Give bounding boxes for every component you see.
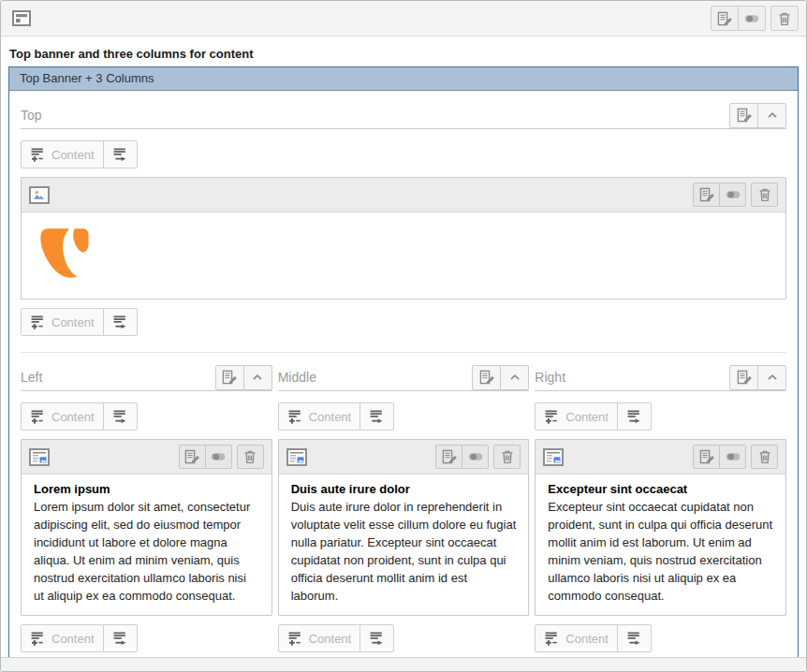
paste-content-button[interactable] bbox=[359, 624, 394, 652]
collapse-column-button[interactable] bbox=[500, 365, 529, 390]
layout-description-title: Top banner and three columns for content bbox=[9, 47, 799, 61]
edit-icon bbox=[699, 187, 714, 202]
paste-content-button[interactable] bbox=[103, 402, 138, 431]
trash-icon bbox=[500, 449, 515, 464]
paste-content-button[interactable] bbox=[103, 140, 138, 168]
add-content-icon bbox=[287, 631, 303, 647]
delete-element-button[interactable] bbox=[493, 445, 521, 469]
content-element-title: Excepteur sint occaecat bbox=[548, 482, 773, 496]
visibility-toggle-icon bbox=[744, 11, 759, 26]
visibility-toggle-icon bbox=[468, 449, 483, 464]
edit-column-button[interactable] bbox=[215, 365, 244, 390]
edit-icon bbox=[442, 449, 457, 464]
typo3-logo bbox=[33, 223, 89, 285]
edit-element-button[interactable] bbox=[693, 445, 720, 469]
paste-content-button[interactable] bbox=[103, 308, 138, 336]
record-toolbar bbox=[1, 1, 806, 37]
chevron-up-icon bbox=[507, 370, 522, 385]
page-layout-icon[interactable] bbox=[12, 10, 31, 26]
edit-column-button[interactable] bbox=[729, 365, 758, 390]
content-element-image bbox=[21, 177, 786, 299]
visibility-element-button[interactable] bbox=[462, 445, 489, 469]
new-content-button[interactable]: Content bbox=[21, 624, 104, 652]
trash-icon bbox=[757, 187, 772, 202]
new-content-button[interactable]: Content bbox=[535, 402, 618, 431]
content-element-header[interactable] bbox=[279, 440, 529, 474]
paste-content-button[interactable] bbox=[617, 402, 652, 431]
paste-content-icon bbox=[626, 631, 642, 647]
typo3-page-module-window: Top banner and three columns for content… bbox=[0, 0, 807, 672]
new-content-label: Content bbox=[51, 632, 95, 646]
text-image-content-icon bbox=[286, 448, 307, 466]
collapse-column-button[interactable] bbox=[757, 365, 786, 390]
paste-content-button[interactable] bbox=[103, 624, 138, 652]
new-content-label: Content bbox=[51, 410, 95, 424]
new-content-button[interactable]: Content bbox=[21, 402, 104, 431]
new-content-button[interactable]: Content bbox=[21, 140, 104, 168]
visibility-element-button[interactable] bbox=[719, 445, 746, 469]
content-element-text-body: Lorem ipsum dolor sit amet, consectetur … bbox=[34, 498, 259, 605]
visibility-toggle-button[interactable] bbox=[738, 6, 766, 31]
content-element-title: Duis aute irure dolor bbox=[291, 482, 517, 496]
add-content-icon bbox=[30, 314, 46, 330]
page-layout-main: Top banner and three columns for content… bbox=[1, 37, 806, 657]
content-element-header[interactable] bbox=[22, 178, 785, 212]
chevron-up-icon bbox=[250, 370, 265, 385]
content-element-title: Lorem ipsum bbox=[34, 482, 259, 496]
paste-content-icon bbox=[626, 409, 642, 425]
column-middle: Middle bbox=[278, 364, 530, 657]
paste-content-icon bbox=[112, 314, 128, 330]
content-element-header[interactable] bbox=[536, 440, 785, 474]
edit-record-button[interactable] bbox=[711, 6, 739, 31]
delete-element-button[interactable] bbox=[751, 183, 778, 207]
new-content-button[interactable]: Content bbox=[535, 624, 618, 652]
new-content-label: Content bbox=[565, 632, 609, 646]
paste-content-icon bbox=[112, 409, 128, 425]
add-content-icon bbox=[30, 147, 46, 163]
content-element-text: Lorem ipsum Lorem ipsum dolor sit amet, … bbox=[21, 439, 272, 616]
column-top-header: Top bbox=[21, 102, 786, 129]
column-top: Top Content bbox=[21, 102, 786, 353]
content-element-text: Duis aute irure dolor Duis aute irure do… bbox=[278, 439, 530, 616]
delete-record-button[interactable] bbox=[770, 6, 799, 31]
footer-bar bbox=[1, 657, 806, 671]
content-element-header[interactable] bbox=[22, 440, 271, 474]
edit-column-button[interactable] bbox=[729, 103, 758, 128]
add-content-icon bbox=[30, 631, 46, 647]
edit-icon bbox=[717, 11, 732, 26]
new-content-button[interactable]: Content bbox=[21, 308, 104, 336]
trash-icon bbox=[757, 449, 772, 464]
edit-icon bbox=[737, 370, 752, 385]
paste-content-button[interactable] bbox=[617, 624, 652, 652]
delete-element-button[interactable] bbox=[751, 445, 778, 469]
paste-content-button[interactable] bbox=[359, 402, 394, 431]
edit-column-button[interactable] bbox=[472, 365, 501, 390]
edit-element-button[interactable] bbox=[693, 183, 720, 207]
trash-icon bbox=[242, 449, 257, 464]
grid-title: Top Banner + 3 Columns bbox=[20, 71, 154, 85]
new-content-label: Content bbox=[309, 410, 352, 424]
edit-element-button[interactable] bbox=[179, 445, 206, 469]
add-content-icon bbox=[30, 409, 46, 425]
new-content-button[interactable]: Content bbox=[278, 624, 361, 652]
edit-icon bbox=[184, 449, 199, 464]
delete-element-button[interactable] bbox=[237, 445, 264, 469]
visibility-element-button[interactable] bbox=[205, 445, 232, 469]
content-element-text: Excepteur sint occaecat Excepteur sint o… bbox=[535, 439, 786, 616]
paste-content-icon bbox=[369, 409, 385, 425]
column-title: Right bbox=[535, 370, 565, 385]
content-element-body: Lorem ipsum Lorem ipsum dolor sit amet, … bbox=[22, 474, 271, 615]
new-content-label: Content bbox=[309, 632, 352, 646]
collapse-column-button[interactable] bbox=[243, 365, 272, 390]
edit-element-button[interactable] bbox=[435, 445, 462, 469]
paste-content-icon bbox=[112, 147, 128, 163]
new-content-button[interactable]: Content bbox=[278, 402, 361, 431]
content-element-text-body: Duis aute irure dolor in reprehenderit i… bbox=[291, 498, 517, 605]
trash-icon bbox=[777, 11, 792, 26]
visibility-toggle-icon bbox=[211, 449, 226, 464]
collapse-column-button[interactable] bbox=[757, 103, 786, 128]
column-right-header: Right bbox=[535, 364, 786, 391]
content-element-body: Excepteur sint occaecat Excepteur sint o… bbox=[536, 474, 785, 615]
visibility-element-button[interactable] bbox=[719, 183, 746, 207]
column-middle-header: Middle bbox=[278, 364, 530, 391]
